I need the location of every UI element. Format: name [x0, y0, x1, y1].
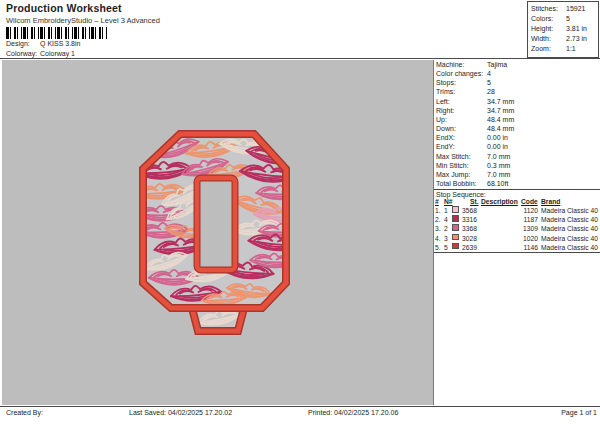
colorway-value: Colorway 1: [40, 50, 75, 57]
machine-info-value: 7.0 mm: [487, 170, 510, 179]
page-title: Production Worksheet: [6, 2, 122, 14]
machine-info-row: Max Jump:7.0 mm: [436, 170, 598, 179]
machine-info-value: 4: [487, 69, 491, 78]
machine-info-value: 68.10ft: [487, 179, 508, 188]
summary-label: Stitches:: [531, 4, 558, 14]
letter-hole-border-dark: [197, 178, 235, 270]
header-divider: [0, 58, 600, 59]
thread-color-swatch: [452, 234, 459, 241]
summary-label: Colors:: [531, 14, 553, 24]
machine-info-value: 48.4 mm: [487, 124, 514, 133]
thread-brand: Madeira Classic 40: [541, 206, 598, 215]
stop-sequence-row: 2.433161187Madeira Classic 40: [434, 215, 600, 224]
colorway-label: Colorway:: [6, 50, 40, 57]
column-header-: #: [435, 198, 439, 205]
needle-number: 1: [444, 206, 448, 215]
colorway-row: Colorway:Colorway 1: [6, 50, 75, 57]
machine-info-row: Down:48.4 mm: [436, 124, 598, 133]
stop-sequence-title: Stop Sequence:: [436, 191, 486, 198]
footer-divider: [0, 406, 600, 407]
summary-value: 2.73 in: [566, 34, 587, 44]
machine-info-value: 0.00 in: [487, 142, 508, 151]
stitch-count: 3028: [462, 234, 477, 243]
stitch-count: 2639: [462, 243, 477, 252]
needle-number: 3: [444, 234, 448, 243]
stitch-count: 3568: [462, 206, 477, 215]
machine-info-value: 7.0 mm: [487, 152, 510, 161]
machine-info-row: Stops:5: [436, 78, 598, 87]
thread-code: 1187: [512, 215, 538, 224]
summary-label: Width:: [531, 34, 551, 44]
thread-brand: Madeira Classic 40: [541, 243, 598, 252]
thread-color-swatch: [452, 206, 459, 213]
stop-index: 4.: [435, 234, 441, 243]
machine-info-label: Total Bobbin:: [436, 179, 476, 188]
stitch-count: 3316: [462, 215, 477, 224]
machine-info-value: 48.4 mm: [487, 115, 514, 124]
summary-row: Height:3.81 in: [528, 24, 598, 34]
machine-info-label: Stops:: [436, 78, 456, 87]
design-row: Design:Q KISS 3.8in: [6, 40, 80, 47]
column-header-description: Description: [481, 198, 518, 205]
machine-info-label: Left:: [436, 97, 450, 106]
machine-info-label: Max Jump:: [436, 170, 470, 179]
thread-code: 1120: [512, 206, 538, 215]
machine-info-value: 5: [487, 78, 491, 87]
machine-info-label: Min Stitch:: [436, 161, 469, 170]
machine-info-row: Up:48.4 mm: [436, 115, 598, 124]
machine-info-row: Color changes:4: [436, 69, 598, 78]
footer-printed: Printed: 04/02/2025 17.20.06: [308, 409, 398, 416]
machine-info-value: 28: [487, 87, 495, 96]
machine-info-label: Down:: [436, 124, 456, 133]
summary-box: Stitches:15921Colors:5Height:3.81 inWidt…: [527, 1, 599, 58]
thread-brand: Madeira Classic 40: [541, 234, 598, 243]
stop-index: 3.: [435, 224, 441, 233]
thread-brand: Madeira Classic 40: [541, 224, 598, 233]
needle-number: 4: [444, 215, 448, 224]
machine-info-row: EndY:0.00 in: [436, 142, 598, 151]
stitch-count: 3368: [462, 224, 477, 233]
stop-index: 1.: [435, 206, 441, 215]
table-bottom-divider: [434, 252, 600, 253]
thread-color-swatch: [452, 224, 459, 231]
machine-info-row: Max Stitch:7.0 mm: [436, 152, 598, 161]
summary-row: Width:2.73 in: [528, 34, 598, 44]
embroidery-design-q: [2, 60, 433, 405]
stop-sequence-row: 1.135681120Madeira Classic 40: [434, 206, 600, 215]
thread-code: 1020: [512, 234, 538, 243]
summary-label: Height:: [531, 24, 553, 34]
thread-color-swatch: [452, 215, 459, 222]
machine-info-row: Right:34.7 mm: [436, 106, 598, 115]
machine-info-row: EndX:0.00 in: [436, 133, 598, 142]
design-label: Design:: [6, 40, 40, 47]
stop-sequence-row: 5.526391146Madeira Classic 40: [434, 243, 600, 252]
design-value: Q KISS 3.8in: [40, 40, 80, 47]
stop-sequence-row: 3.233681309Madeira Classic 40: [434, 224, 600, 233]
machine-info-label: Machine:: [436, 60, 464, 69]
footer-page-number: Page 1 of 1: [561, 409, 597, 416]
machine-info-label: Up:: [436, 115, 447, 124]
summary-value: 15921: [566, 4, 585, 14]
column-header-n: N#: [444, 198, 453, 205]
stop-index: 5.: [435, 243, 441, 252]
machine-info-label: Right:: [436, 106, 454, 115]
thread-code: 1309: [512, 224, 538, 233]
summary-value: 3.81 in: [566, 24, 587, 34]
thread-code: 1146: [512, 243, 538, 252]
machine-info-value: 0.00 in: [487, 133, 508, 142]
machine-info-value: 0.3 mm: [487, 161, 510, 170]
machine-info-value: 34.7 mm: [487, 97, 514, 106]
machine-info-label: Color changes:: [436, 69, 483, 78]
machine-info-label: EndY:: [436, 142, 455, 151]
footer-created-by: Created By:: [6, 409, 43, 416]
machine-info: Machine:TajimaColor changes:4Stops:5Trim…: [436, 60, 598, 188]
summary-row: Stitches:15921: [528, 4, 598, 14]
column-header-brand: Brand: [541, 198, 560, 205]
machine-info-row: Machine:Tajima: [436, 60, 598, 69]
summary-value: 5: [566, 14, 570, 24]
machine-info-value: Tajima: [487, 60, 507, 69]
machine-info-label: EndX:: [436, 133, 455, 142]
summary-value: 1:1: [566, 44, 576, 54]
needle-number: 2: [444, 224, 448, 233]
panel-divider: [434, 189, 600, 190]
